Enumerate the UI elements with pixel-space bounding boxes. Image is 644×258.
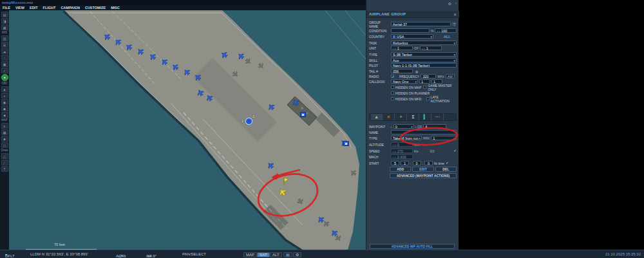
hidden-on-mfd-checkbox[interactable] [391, 97, 394, 100]
blue-aircraft-marker[interactable] [159, 57, 170, 68]
summary-tab[interactable]: Σ [408, 114, 419, 120]
settings-icon[interactable]: ⚙ [293, 252, 301, 257]
probability-stepper[interactable]: 100 [435, 28, 457, 33]
country-all-button[interactable]: ALL [444, 35, 451, 39]
menu-item-misc[interactable]: MISC [111, 6, 120, 10]
modulation-toggle[interactable]: AM [446, 74, 455, 78]
ship-group-icon[interactable]: ◉ [1, 99, 8, 105]
airplane-group-icon[interactable]: ▲ [1, 86, 8, 92]
panel-pin-icon[interactable]: ▫ [455, 1, 457, 6]
blue-aircraft-marker[interactable] [193, 72, 204, 83]
menu-item-customize[interactable]: CUSTOMIZE [85, 6, 106, 10]
blue-square-marker[interactable] [343, 141, 349, 146]
group-edit-tab[interactable]: + [395, 114, 407, 120]
blue-aircraft-marker[interactable] [102, 32, 113, 42]
rules-icon[interactable]: ✓ [1, 68, 8, 73]
new-mission-icon[interactable]: ▤ [1, 12, 8, 17]
vehicle-group-icon[interactable]: ◆ [1, 106, 8, 111]
map-measure-icon[interactable]: □ [1, 142, 8, 148]
panel-settings-icon[interactable]: ⚙ [448, 1, 451, 6]
map-viewport[interactable]: 13 70 feet [9, 10, 366, 250]
kneeboard-icon[interactable]: ▦ [414, 69, 419, 73]
map-labels-icon[interactable]: ◈ [1, 136, 8, 142]
mission-options-icon[interactable]: ☰ [1, 42, 8, 48]
time-icon[interactable]: ◔ [1, 55, 8, 60]
blue-aircraft-marker[interactable] [219, 50, 230, 60]
game-master-only-checkbox[interactable] [423, 86, 426, 89]
coord-mode-dropdown[interactable]: DFLT ▾ [5, 252, 7, 257]
sat-view-button[interactable]: SAT [257, 252, 270, 257]
static-aircraft-shape[interactable] [348, 167, 357, 177]
waypoint-type-select[interactable]: Takeoff from run [391, 136, 422, 140]
blue-aircraft-marker[interactable] [135, 46, 146, 57]
help-button[interactable]: ? [452, 22, 457, 26]
task-select[interactable]: Refueling [391, 41, 457, 45]
aircraft-type-select[interactable]: S-3B Tanker [391, 52, 457, 57]
static-object-icon[interactable]: ■ [1, 112, 8, 118]
delete-waypoint-button[interactable]: DEL [435, 167, 457, 172]
waypoint-prev-icon[interactable]: ‹ [391, 125, 392, 129]
start-min-input[interactable]: 0 [413, 161, 421, 165]
radio-checkbox[interactable] [391, 75, 394, 78]
unit-count-stepper[interactable]: 1 [391, 46, 413, 50]
start-day-input[interactable]: 5 [391, 161, 399, 165]
tail-number-input[interactable]: 056 [391, 69, 413, 73]
menu-item-campaign[interactable]: CAMPAIGN [61, 6, 80, 10]
condition-input[interactable] [391, 28, 430, 33]
frequency-input[interactable]: 320 [421, 74, 436, 78]
waypoint-circle-marker[interactable] [245, 118, 252, 125]
start-hour-input[interactable]: 1 [401, 161, 409, 165]
static-aircraft-shape[interactable] [295, 196, 305, 206]
static-aircraft-shape[interactable] [230, 69, 240, 79]
player-role-icon[interactable]: ● [1, 74, 8, 81]
unit-total-stepper[interactable]: 1 [420, 46, 442, 50]
blue-aircraft-marker[interactable] [290, 97, 301, 108]
briefing-icon[interactable]: ▧ [1, 35, 8, 41]
gs-checkbox[interactable] [453, 149, 457, 152]
selected-aircraft-marker[interactable] [276, 185, 289, 199]
callsign-select[interactable]: Navy One [391, 79, 418, 84]
close-icon[interactable]: ✕ [453, 12, 457, 17]
skill-select[interactable]: Ace [391, 58, 457, 62]
menu-item-file[interactable]: FILE [3, 6, 10, 10]
camera-icon[interactable]: ▣ [1, 61, 8, 67]
blue-aircraft-marker[interactable] [113, 37, 124, 48]
column-tab[interactable]: ▍ [420, 114, 431, 120]
parking-spot-select[interactable]: 1 [431, 136, 457, 140]
payload-tab[interactable]: ✕ [383, 114, 395, 120]
group-name-input[interactable]: Aerial-37 [391, 22, 451, 26]
more-tab[interactable]: ··· [432, 114, 444, 120]
draw-text-icon[interactable]: T [1, 166, 8, 172]
helicopter-group-icon[interactable]: + [1, 93, 8, 98]
menu-item-view[interactable]: VIEW [15, 6, 24, 10]
start-sec-input[interactable]: 0 [424, 161, 433, 165]
map-grid-icon[interactable]: ▦ [1, 129, 8, 135]
blue-aircraft-marker[interactable] [266, 102, 277, 113]
add-waypoint-button[interactable]: ADD [390, 167, 411, 172]
blue-aircraft-marker[interactable] [124, 42, 135, 53]
weather-icon[interactable]: ☁ [1, 48, 8, 54]
advanced-waypoint-actions-button[interactable]: ADVANCED (WAYPOINT ACTIONS) [390, 173, 457, 178]
fix-time-checkbox[interactable] [446, 161, 449, 165]
waypoint-select[interactable]: 0 [393, 124, 414, 129]
static-aircraft-shape[interactable] [256, 60, 265, 70]
menu-item-flight[interactable]: FLIGHT [43, 6, 56, 10]
open-mission-icon[interactable]: ◨ [1, 18, 8, 24]
waypoint-next-icon[interactable]: › [415, 125, 417, 129]
blue-square-marker[interactable] [300, 112, 306, 117]
hidden-on-map-checkbox[interactable] [391, 86, 394, 89]
blue-aircraft-marker[interactable] [170, 62, 181, 73]
edit-waypoint-button[interactable]: EDIT [412, 167, 433, 172]
late-activation-checkbox[interactable] [426, 97, 430, 100]
layers-icon[interactable]: ▤ [283, 252, 292, 257]
hidden-on-planner-checkbox[interactable] [391, 91, 394, 95]
map-view-button[interactable]: MAP [243, 252, 257, 257]
blue-aircraft-marker[interactable] [147, 51, 158, 62]
alt-view-button[interactable]: ALT [270, 252, 282, 257]
waypoint-name-input[interactable] [391, 130, 457, 134]
save-mission-icon[interactable]: ▦ [1, 24, 8, 30]
pilot-input[interactable]: Navy 1-1 (S-3B Tanker) [391, 63, 457, 68]
route-tab[interactable]: ▲ [371, 114, 383, 120]
draw-line-icon[interactable]: ∕ [1, 160, 8, 165]
draw-shape-icon[interactable]: △ [1, 153, 8, 159]
